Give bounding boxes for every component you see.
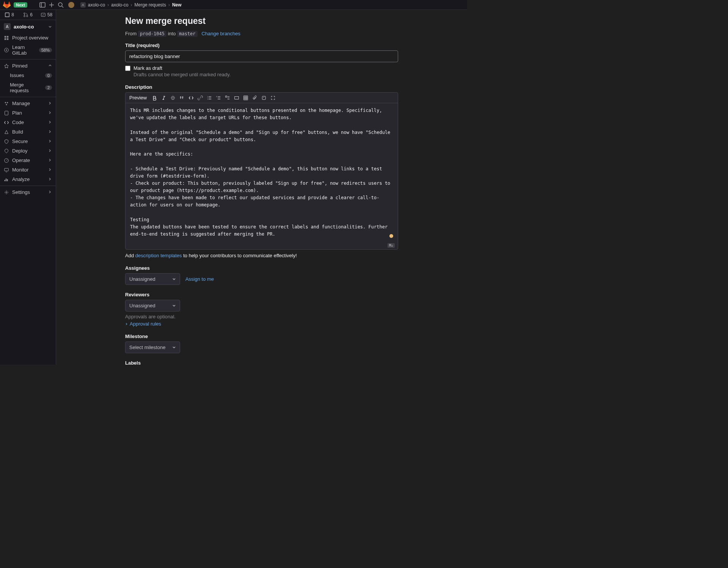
approvals-optional: Approvals are optional. bbox=[125, 314, 398, 319]
reviewers-label: Reviewers bbox=[125, 292, 398, 297]
assignees-dropdown[interactable]: Unassigned bbox=[125, 273, 180, 285]
svg-rect-0 bbox=[40, 3, 45, 7]
nav-build[interactable]: Build bbox=[0, 127, 56, 137]
breadcrumb-item[interactable]: axolo-co bbox=[88, 2, 105, 8]
nav-learn[interactable]: Learn GitLab58% bbox=[0, 42, 56, 58]
nav-plan[interactable]: Plan bbox=[0, 108, 56, 118]
reviewers-dropdown[interactable]: Unassigned bbox=[125, 300, 180, 312]
svg-point-16 bbox=[6, 104, 7, 105]
breadcrumb: A axolo-co › axolo-co › Merge requests ›… bbox=[80, 2, 182, 8]
svg-point-14 bbox=[5, 102, 6, 103]
nav-overview[interactable]: Project overview bbox=[0, 33, 56, 42]
approval-rules-link[interactable]: Approval rules bbox=[125, 321, 161, 327]
table-icon[interactable] bbox=[243, 95, 248, 101]
svg-rect-19 bbox=[5, 168, 9, 171]
title-input[interactable] bbox=[125, 50, 398, 62]
milestone-label: Milestone bbox=[125, 334, 398, 339]
task-icon[interactable] bbox=[225, 95, 230, 101]
svg-rect-9 bbox=[7, 36, 8, 37]
code-icon[interactable] bbox=[188, 95, 194, 101]
from-branch: prod-1045 bbox=[138, 31, 166, 37]
description-textarea[interactable]: This MR includes changes to the conditio… bbox=[126, 103, 398, 242]
svg-rect-3 bbox=[5, 13, 9, 17]
svg-rect-25 bbox=[226, 96, 227, 97]
description-label: Description bbox=[125, 84, 398, 90]
svg-rect-27 bbox=[244, 96, 248, 100]
emoji-icon[interactable] bbox=[389, 234, 393, 238]
preview-tab[interactable]: Preview bbox=[129, 95, 147, 101]
svg-rect-28 bbox=[262, 96, 266, 99]
nav-manage[interactable]: Manage bbox=[0, 99, 56, 108]
nav-code[interactable]: Code bbox=[0, 118, 56, 127]
milestone-dropdown[interactable]: Select milestone bbox=[125, 341, 180, 353]
draft-checkbox[interactable] bbox=[125, 66, 130, 71]
svg-point-13 bbox=[6, 49, 7, 51]
strike-icon[interactable] bbox=[170, 95, 176, 101]
breadcrumb-current: New bbox=[172, 2, 182, 8]
svg-rect-10 bbox=[5, 38, 6, 39]
labels-label: Labels bbox=[125, 360, 398, 365]
title-label: Title (required) bbox=[125, 42, 398, 48]
page-title: New merge request bbox=[125, 16, 398, 26]
desc-templates-link[interactable]: description templates bbox=[135, 253, 182, 258]
svg-point-4 bbox=[24, 13, 25, 14]
fullscreen-icon[interactable] bbox=[270, 95, 276, 101]
svg-rect-11 bbox=[7, 38, 8, 39]
tab-issues[interactable]: 8 bbox=[0, 10, 19, 20]
svg-point-21 bbox=[207, 96, 208, 97]
nav-pinned[interactable]: Pinned bbox=[0, 61, 56, 71]
desc-templates-hint: Add description templates to help your c… bbox=[125, 253, 398, 258]
into-branch: master bbox=[177, 31, 197, 37]
draft-label: Mark as draft bbox=[133, 65, 162, 71]
change-branches-link[interactable]: Change branches bbox=[201, 31, 240, 36]
sidebar-toggle-icon[interactable] bbox=[39, 2, 46, 8]
nav-analyze[interactable]: Analyze bbox=[0, 175, 56, 184]
draft-hint: Drafts cannot be merged until marked rea… bbox=[133, 72, 398, 77]
svg-point-5 bbox=[24, 16, 25, 17]
bold-icon[interactable] bbox=[152, 95, 157, 101]
attach-icon[interactable] bbox=[252, 95, 257, 101]
markdown-badge[interactable]: M↓ bbox=[388, 243, 395, 248]
nav-issues[interactable]: Issues0 bbox=[0, 71, 56, 80]
next-badge: Next bbox=[14, 2, 27, 8]
svg-point-15 bbox=[7, 102, 8, 103]
svg-rect-7 bbox=[41, 13, 46, 17]
project-header[interactable]: A axolo-co bbox=[0, 20, 56, 33]
nav-secure[interactable]: Secure bbox=[0, 137, 56, 146]
user-avatar[interactable] bbox=[68, 2, 74, 8]
breadcrumb-item[interactable]: Merge requests bbox=[135, 2, 166, 8]
group-avatar-icon: A bbox=[80, 2, 86, 8]
svg-text:1: 1 bbox=[216, 96, 217, 98]
gitlab-logo[interactable] bbox=[3, 1, 11, 9]
svg-point-20 bbox=[6, 192, 7, 193]
branch-info: From prod-1045 into master Change branch… bbox=[125, 31, 398, 36]
svg-point-2 bbox=[58, 3, 62, 6]
tab-todos[interactable]: 58 bbox=[37, 10, 56, 20]
quick-icon[interactable] bbox=[261, 95, 267, 101]
svg-rect-17 bbox=[5, 111, 8, 115]
sidebar: 8 6 58 A axolo-co Project overview Learn… bbox=[0, 10, 56, 365]
topbar: Next A axolo-co › axolo-co › Merge reque… bbox=[0, 0, 467, 10]
link-icon[interactable] bbox=[198, 95, 203, 101]
nav-deploy[interactable]: Deploy bbox=[0, 146, 56, 156]
assign-to-me-link[interactable]: Assign to me bbox=[185, 276, 214, 282]
svg-rect-8 bbox=[5, 36, 6, 37]
svg-point-6 bbox=[27, 16, 28, 17]
nav-merge-requests[interactable]: Merge requests2 bbox=[0, 80, 56, 95]
description-editor: Preview 1 bbox=[125, 92, 398, 250]
plus-icon[interactable] bbox=[49, 2, 55, 8]
breadcrumb-item[interactable]: axolo-co bbox=[111, 2, 128, 8]
search-icon[interactable] bbox=[58, 2, 64, 8]
quote-icon[interactable] bbox=[179, 95, 185, 101]
svg-point-22 bbox=[207, 98, 208, 98]
nav-operate[interactable]: Operate bbox=[0, 156, 56, 165]
nav-monitor[interactable]: Monitor bbox=[0, 165, 56, 175]
ul-icon[interactable] bbox=[207, 95, 212, 101]
tab-mrs[interactable]: 6 bbox=[19, 10, 37, 20]
collapse-icon[interactable] bbox=[234, 95, 239, 101]
italic-icon[interactable] bbox=[161, 95, 166, 101]
svg-point-23 bbox=[207, 99, 208, 99]
ol-icon[interactable]: 1 bbox=[216, 95, 221, 101]
svg-rect-26 bbox=[235, 96, 239, 99]
nav-settings[interactable]: Settings bbox=[0, 187, 56, 197]
